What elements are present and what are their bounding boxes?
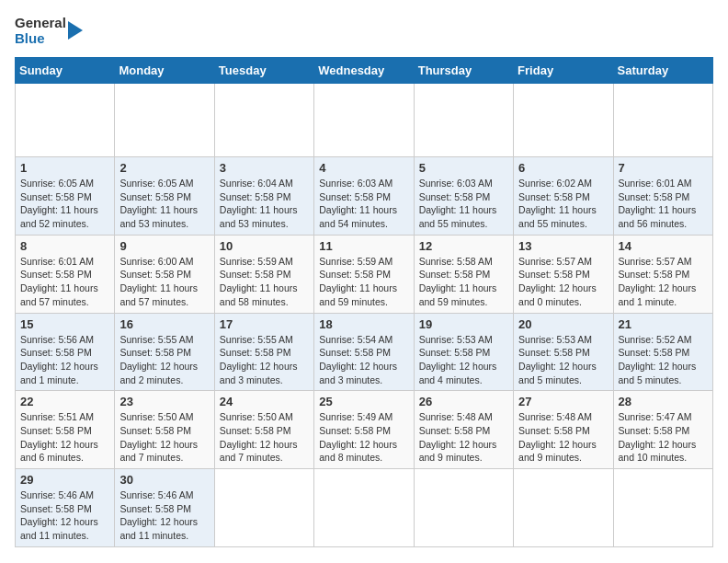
cell-content: Sunrise: 5:51 AMSunset: 5:58 PMDaylight:… [20,410,109,465]
cell-content: Sunrise: 5:48 AMSunset: 5:58 PMDaylight:… [518,410,608,465]
day-number: 1 [20,161,109,175]
day-number: 28 [619,395,708,408]
calendar-cell [514,84,613,157]
cell-content: Sunrise: 5:59 AMSunset: 5:58 PMDaylight:… [319,255,408,309]
calendar-cell [16,84,115,157]
days-header-row: SundayMondayTuesdayWednesdayThursdayFrid… [16,58,713,84]
logo-arrow-icon [68,17,86,43]
cell-content: Sunrise: 5:46 AMSunset: 5:58 PMDaylight:… [119,488,209,543]
day-number: 4 [319,161,408,175]
logo-general-text: General [15,15,66,30]
day-number: 18 [319,317,408,331]
cell-content: Sunrise: 6:01 AMSunset: 5:58 PMDaylight:… [20,255,109,309]
calendar-cell: 15Sunrise: 5:56 AMSunset: 5:58 PMDayligh… [16,313,115,391]
cell-content: Sunrise: 5:47 AMSunset: 5:58 PMDaylight:… [619,410,708,465]
cell-content: Sunrise: 5:58 AMSunset: 5:58 PMDaylight:… [419,255,508,309]
calendar-cell: 14Sunrise: 5:57 AMSunset: 5:58 PMDayligh… [613,235,712,313]
calendar-week-0 [16,84,713,157]
day-number: 3 [220,161,309,175]
calendar-cell: 10Sunrise: 5:59 AMSunset: 5:58 PMDayligh… [214,235,313,313]
cell-content: Sunrise: 5:57 AMSunset: 5:58 PMDaylight:… [518,255,608,309]
day-header-saturday: Saturday [613,58,712,84]
day-header-friday: Friday [514,58,613,84]
day-number: 7 [619,161,708,175]
cell-content: Sunrise: 6:04 AMSunset: 5:58 PMDaylight:… [220,177,309,231]
day-number: 16 [119,317,209,331]
calendar-cell [314,84,414,157]
cell-content: Sunrise: 5:53 AMSunset: 5:58 PMDaylight:… [518,333,608,387]
day-header-monday: Monday [115,58,214,84]
calendar-cell: 19Sunrise: 5:53 AMSunset: 5:58 PMDayligh… [414,313,513,391]
calendar-cell: 22Sunrise: 5:51 AMSunset: 5:58 PMDayligh… [16,391,115,469]
day-number: 26 [419,395,508,408]
cell-content: Sunrise: 5:49 AMSunset: 5:58 PMDaylight:… [319,410,408,465]
calendar-week-2: 8Sunrise: 6:01 AMSunset: 5:58 PMDaylight… [16,235,713,313]
calendar-cell: 7Sunrise: 6:01 AMSunset: 5:58 PMDaylight… [613,157,712,236]
cell-content: Sunrise: 6:03 AMSunset: 5:58 PMDaylight:… [419,177,508,231]
day-number: 12 [419,239,508,253]
cell-content: Sunrise: 5:55 AMSunset: 5:58 PMDaylight:… [119,333,209,387]
day-number: 6 [518,161,608,175]
calendar-cell: 8Sunrise: 6:01 AMSunset: 5:58 PMDaylight… [16,235,115,313]
calendar-cell: 6Sunrise: 6:02 AMSunset: 5:58 PMDaylight… [514,157,613,236]
calendar-cell: 3Sunrise: 6:04 AMSunset: 5:58 PMDaylight… [214,157,313,236]
cell-content: Sunrise: 6:05 AMSunset: 5:58 PMDaylight:… [20,177,109,231]
calendar-cell: 28Sunrise: 5:47 AMSunset: 5:58 PMDayligh… [613,391,712,469]
day-number: 15 [20,317,109,331]
calendar-cell: 21Sunrise: 5:52 AMSunset: 5:58 PMDayligh… [613,313,712,391]
calendar-cell: 9Sunrise: 6:00 AMSunset: 5:58 PMDaylight… [115,235,214,313]
day-header-tuesday: Tuesday [214,58,313,84]
page-header: General Blue [15,15,713,46]
calendar-table: SundayMondayTuesdayWednesdayThursdayFrid… [15,57,713,547]
cell-content: Sunrise: 5:53 AMSunset: 5:58 PMDaylight:… [419,333,508,387]
calendar-cell [514,469,613,547]
day-number: 29 [20,473,109,487]
calendar-cell: 23Sunrise: 5:50 AMSunset: 5:58 PMDayligh… [115,391,214,469]
day-number: 9 [119,239,209,253]
calendar-cell: 17Sunrise: 5:55 AMSunset: 5:58 PMDayligh… [214,313,313,391]
day-header-thursday: Thursday [414,58,513,84]
day-number: 8 [20,239,109,253]
logo: General Blue [15,15,86,46]
calendar-cell: 1Sunrise: 6:05 AMSunset: 5:58 PMDaylight… [16,157,115,236]
cell-content: Sunrise: 6:05 AMSunset: 5:58 PMDaylight:… [119,177,209,231]
calendar-cell: 2Sunrise: 6:05 AMSunset: 5:58 PMDaylight… [115,157,214,236]
calendar-header: SundayMondayTuesdayWednesdayThursdayFrid… [16,58,713,84]
cell-content: Sunrise: 6:01 AMSunset: 5:58 PMDaylight:… [619,177,708,231]
calendar-cell [115,84,214,157]
day-number: 2 [119,161,209,175]
calendar-cell: 20Sunrise: 5:53 AMSunset: 5:58 PMDayligh… [514,313,613,391]
calendar-cell: 12Sunrise: 5:58 AMSunset: 5:58 PMDayligh… [414,235,513,313]
calendar-cell [214,84,313,157]
day-header-sunday: Sunday [16,58,115,84]
calendar-cell: 5Sunrise: 6:03 AMSunset: 5:58 PMDaylight… [414,157,513,236]
cell-content: Sunrise: 5:57 AMSunset: 5:58 PMDaylight:… [619,255,708,309]
calendar-week-3: 15Sunrise: 5:56 AMSunset: 5:58 PMDayligh… [16,313,713,391]
calendar-cell [613,84,712,157]
day-number: 19 [419,317,508,331]
day-number: 10 [220,239,309,253]
cell-content: Sunrise: 5:59 AMSunset: 5:58 PMDaylight:… [220,255,309,309]
day-number: 11 [319,239,408,253]
calendar-cell: 29Sunrise: 5:46 AMSunset: 5:58 PMDayligh… [16,469,115,547]
calendar-body: 1Sunrise: 6:05 AMSunset: 5:58 PMDaylight… [16,84,713,547]
day-number: 5 [419,161,508,175]
cell-content: Sunrise: 5:52 AMSunset: 5:58 PMDaylight:… [619,333,708,387]
calendar-cell: 30Sunrise: 5:46 AMSunset: 5:58 PMDayligh… [115,469,214,547]
calendar-week-5: 29Sunrise: 5:46 AMSunset: 5:58 PMDayligh… [16,469,713,547]
day-number: 27 [518,395,608,408]
day-number: 21 [619,317,708,331]
calendar-cell: 25Sunrise: 5:49 AMSunset: 5:58 PMDayligh… [314,391,414,469]
cell-content: Sunrise: 5:55 AMSunset: 5:58 PMDaylight:… [220,333,309,387]
cell-content: Sunrise: 6:02 AMSunset: 5:58 PMDaylight:… [518,177,608,231]
calendar-cell [613,469,712,547]
calendar-cell: 24Sunrise: 5:50 AMSunset: 5:58 PMDayligh… [214,391,313,469]
calendar-cell: 27Sunrise: 5:48 AMSunset: 5:58 PMDayligh… [514,391,613,469]
calendar-cell: 26Sunrise: 5:48 AMSunset: 5:58 PMDayligh… [414,391,513,469]
cell-content: Sunrise: 6:00 AMSunset: 5:58 PMDaylight:… [119,255,209,309]
calendar-cell [314,469,414,547]
day-number: 24 [220,395,309,408]
day-number: 23 [119,395,209,408]
day-number: 22 [20,395,109,408]
day-number: 20 [518,317,608,331]
